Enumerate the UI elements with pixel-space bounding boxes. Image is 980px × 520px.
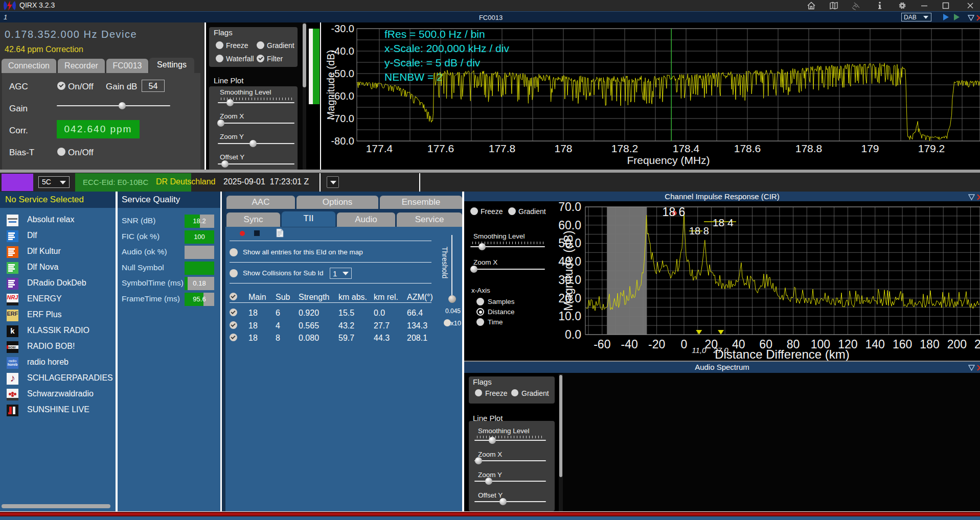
stop-square-icon[interactable] bbox=[254, 230, 260, 236]
home-icon[interactable] bbox=[807, 1, 816, 10]
record-dot-icon[interactable] bbox=[240, 231, 245, 236]
service-item-erf-plus[interactable]: ERFERF Plus bbox=[0, 308, 116, 323]
chevron-down-icon bbox=[923, 16, 928, 19]
device-tab-settings[interactable]: Settings bbox=[149, 58, 194, 73]
flag-gradient[interactable]: Gradient bbox=[257, 41, 294, 50]
tii-tab-options[interactable]: Options bbox=[297, 196, 378, 209]
quality-label: Audio (ok %) bbox=[122, 247, 167, 256]
flag-waterfall[interactable]: Waterfall bbox=[216, 55, 254, 63]
close-red-icon[interactable] bbox=[976, 14, 980, 20]
audio-slider-smoothing-level[interactable] bbox=[474, 437, 546, 444]
slider-smoothing-level[interactable] bbox=[218, 99, 294, 106]
filter-checkbox[interactable] bbox=[257, 55, 264, 62]
gain-db-input[interactable]: 54 bbox=[142, 80, 165, 92]
tii-tab-audio[interactable]: Audio bbox=[337, 212, 395, 227]
sub-id-dropdown[interactable]: 1 bbox=[330, 268, 352, 279]
cir-title-bar[interactable]: Channel Impulse Response (CIR) bbox=[464, 192, 980, 201]
audio-flag-gradient[interactable]: Gradient bbox=[511, 389, 549, 397]
service-item-radio-bob-[interactable]: BOB!RADIO BOB! bbox=[0, 339, 116, 355]
audio-slider-zoom-y[interactable] bbox=[474, 478, 546, 485]
y-axis-title: Magnitude (dB) bbox=[562, 230, 575, 311]
rf-controls-scrollbar[interactable] bbox=[303, 22, 306, 170]
gain-slider[interactable] bbox=[57, 102, 170, 109]
row-check-icon[interactable] bbox=[230, 334, 237, 341]
filter-funnel-icon[interactable] bbox=[968, 193, 975, 199]
table-header-check-icon[interactable] bbox=[230, 293, 237, 300]
play-blue-icon[interactable] bbox=[942, 13, 950, 21]
show-all-entries-radio[interactable] bbox=[230, 248, 238, 256]
service-logo-icon bbox=[7, 262, 18, 274]
table-header-strength[interactable]: Strength bbox=[299, 293, 329, 302]
threshold-slider-knob[interactable] bbox=[448, 295, 456, 303]
bias-t-checkbox[interactable] bbox=[57, 148, 65, 156]
table-header-km-rel[interactable]: km rel. bbox=[374, 293, 398, 302]
service-label: ERF Plus bbox=[27, 310, 62, 319]
waterfall-checkbox[interactable] bbox=[216, 55, 223, 62]
audio-title-bar[interactable]: Audio Spectrum bbox=[464, 362, 980, 373]
flag-freeze[interactable]: Freeze bbox=[216, 41, 248, 50]
slider-zoom-y[interactable] bbox=[218, 140, 294, 147]
service-item-dlf[interactable]: Dlf bbox=[0, 228, 116, 244]
map-icon[interactable] bbox=[829, 1, 838, 10]
service-item-schlagerparadies[interactable]: ♪SCHLAGERPARADIES bbox=[0, 371, 116, 387]
service-item-dlf-kultur[interactable]: Dlf Kultur bbox=[0, 244, 116, 260]
tii-tab-service[interactable]: Service bbox=[397, 212, 462, 227]
document-icon[interactable] bbox=[276, 228, 284, 238]
tii-tab-aac[interactable]: AAC bbox=[226, 196, 295, 209]
x10-radio[interactable] bbox=[444, 319, 451, 326]
service-item-radio-horeb[interactable]: radiohorebradio horeb bbox=[0, 355, 116, 371]
service-item-klassik-radio[interactable]: kKLASSIK RADIO bbox=[0, 323, 116, 339]
table-header-main[interactable]: Main bbox=[248, 293, 266, 302]
audio-flag-freeze[interactable]: Freeze bbox=[475, 389, 508, 397]
settings-gear-icon[interactable] bbox=[898, 1, 907, 10]
close-red-icon[interactable] bbox=[977, 364, 980, 370]
table-header-azm[interactable]: AZM(°) bbox=[407, 293, 433, 302]
gradient-checkbox[interactable] bbox=[511, 389, 518, 396]
channel-dropdown[interactable]: 5C bbox=[38, 176, 70, 188]
maximize-button[interactable] bbox=[941, 1, 950, 10]
x-axis-title: Distance Difference (km) bbox=[715, 347, 850, 361]
service-item-absolut-relax[interactable]: Absolut relax bbox=[0, 212, 116, 228]
table-header-sub[interactable]: Sub bbox=[276, 293, 290, 302]
freeze-checkbox[interactable] bbox=[475, 389, 482, 396]
ensemble-dropdown-button[interactable] bbox=[327, 176, 339, 188]
device-tab-connection[interactable]: Connection bbox=[2, 59, 56, 73]
device-tab-fc0013[interactable]: FC0013 bbox=[106, 59, 148, 73]
table-header-km-abs[interactable]: km abs. bbox=[338, 293, 367, 302]
row-check-icon[interactable] bbox=[230, 309, 237, 316]
service-item-sunshine-live[interactable]: SUNSHINE LIVE bbox=[0, 403, 116, 418]
slider-zoom-x[interactable] bbox=[218, 120, 294, 127]
agc-checkbox[interactable] bbox=[57, 82, 65, 90]
device-tab-recorder[interactable]: Recorder bbox=[58, 59, 105, 73]
close-button[interactable] bbox=[966, 1, 975, 10]
filter-funnel-icon[interactable] bbox=[968, 364, 975, 370]
mute-color-indicator[interactable] bbox=[2, 174, 33, 191]
play-green-icon[interactable] bbox=[953, 13, 961, 21]
tii-tab-sync[interactable]: Sync bbox=[226, 212, 280, 227]
minimize-button[interactable] bbox=[920, 1, 929, 10]
gradient-checkbox[interactable] bbox=[257, 41, 264, 49]
receiver-section: 0.178.352.000 Hz Device 42.64 ppm Correc… bbox=[0, 22, 980, 170]
row-check-icon[interactable] bbox=[230, 321, 237, 329]
audio-slider-offset-y[interactable] bbox=[474, 498, 546, 505]
freeze-checkbox[interactable] bbox=[216, 41, 223, 49]
audio-slider-zoom-x[interactable] bbox=[474, 457, 546, 464]
service-item-energy[interactable]: NRJENERGY bbox=[0, 292, 116, 308]
service-item-dlf-nova[interactable]: Dlf Nova bbox=[0, 260, 116, 276]
slider-offset-y[interactable] bbox=[218, 160, 294, 168]
tii-tab-tii[interactable]: TII bbox=[282, 211, 335, 227]
cir-plot: 70.060.050.040.030.020.010.00.0-60-40-20… bbox=[464, 201, 980, 361]
flag-filter[interactable]: Filter bbox=[257, 55, 283, 63]
show-collisions-radio[interactable] bbox=[230, 269, 238, 277]
mode-dropdown[interactable]: DAB bbox=[901, 13, 931, 21]
close-red-icon[interactable] bbox=[977, 193, 980, 199]
info-icon[interactable] bbox=[875, 1, 884, 10]
audio-panel-scrollbar[interactable] bbox=[559, 374, 563, 511]
service-list-hscrollbar[interactable] bbox=[2, 504, 110, 508]
service-item-dradio-dokdeb[interactable]: DRadio DokDeb bbox=[0, 276, 116, 292]
threshold-slider-track[interactable] bbox=[451, 235, 452, 295]
satellite-icon[interactable] bbox=[852, 1, 861, 10]
service-item-schwarzwaldradio[interactable]: Schwarzwaldradio bbox=[0, 387, 116, 403]
filter-funnel-icon[interactable] bbox=[968, 14, 974, 20]
tii-tab-ensemble[interactable]: Ensemble bbox=[380, 196, 462, 209]
